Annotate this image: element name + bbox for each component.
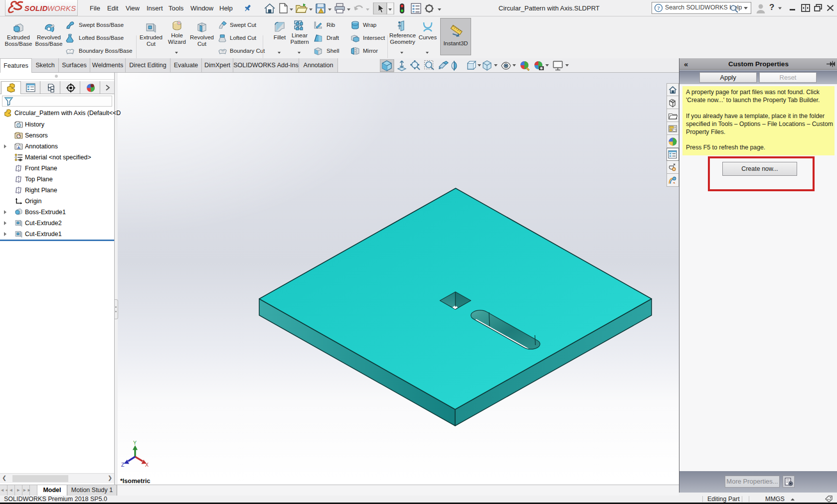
svg-text:X: X: [145, 462, 149, 468]
svg-text:Y: Y: [133, 440, 137, 446]
svg-text:A: A: [17, 145, 20, 150]
svg-text:WORKS: WORKS: [47, 4, 76, 12]
svg-text:!: !: [321, 9, 322, 13]
svg-text:Z: Z: [121, 462, 125, 468]
svg-text:SOLID: SOLID: [24, 4, 48, 12]
svg-text:*Isometric: *Isometric: [120, 478, 150, 485]
svg-text:?: ?: [657, 5, 660, 11]
